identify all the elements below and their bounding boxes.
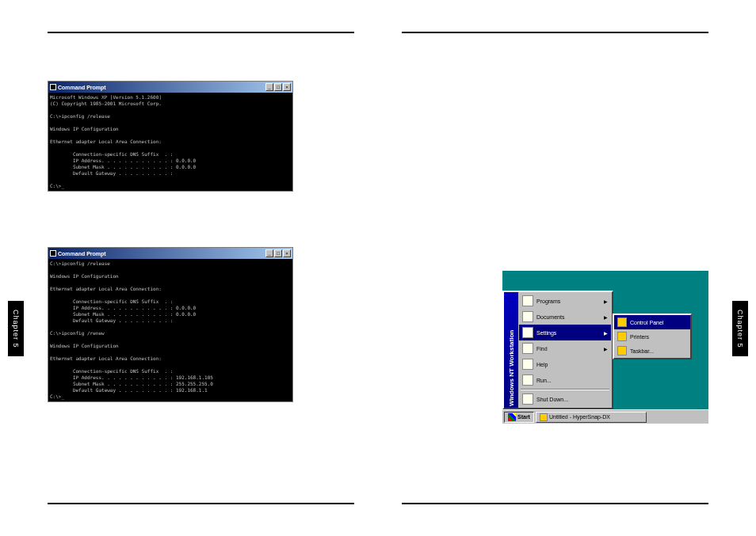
cmd-title-text: Command Prompt xyxy=(58,85,106,90)
start-item-label: Help xyxy=(536,362,548,367)
submenu-item-label: Printers xyxy=(630,334,649,340)
start-button[interactable]: Start xyxy=(504,412,534,423)
taskbar-app-label: Untitled - HyperSnap-DX xyxy=(549,414,610,420)
maximize-button[interactable]: □ xyxy=(274,83,282,91)
cmd-icon xyxy=(50,250,56,257)
submenu-item-taskbar[interactable]: Taskbar... xyxy=(614,344,690,358)
start-item-settings[interactable]: Settings ▶ xyxy=(519,325,611,340)
window-controls: _ □ × xyxy=(265,249,291,257)
documents-icon xyxy=(522,311,533,322)
menu-divider xyxy=(521,389,609,390)
start-item-help[interactable]: Help xyxy=(519,356,611,372)
settings-submenu: Control Panel Printers Taskbar... xyxy=(613,314,692,359)
cmd-title: Command Prompt xyxy=(50,84,106,90)
start-item-label: Run... xyxy=(536,378,552,383)
settings-icon xyxy=(522,327,533,338)
submenu-item-label: Control Panel xyxy=(630,320,663,325)
printers-icon xyxy=(617,332,627,341)
control-panel-icon xyxy=(617,317,627,327)
page-left: Command Prompt _ □ × Microsoft Windows X… xyxy=(0,0,378,536)
start-item-shutdown[interactable]: Shut Down... xyxy=(519,391,611,407)
windows-nt-screenshot: Windows NT Workstation Programs ▶ Docume… xyxy=(502,271,708,424)
run-icon xyxy=(522,374,533,386)
start-item-label: Settings xyxy=(536,330,556,336)
help-icon xyxy=(522,359,533,370)
submenu-arrow-icon: ▶ xyxy=(604,346,608,352)
windows-logo-icon xyxy=(508,413,516,421)
close-button[interactable]: × xyxy=(283,83,291,91)
submenu-arrow-icon: ▶ xyxy=(604,330,608,336)
cmd-titlebar: Command Prompt _ □ × xyxy=(48,82,292,93)
find-icon xyxy=(522,343,533,354)
taskbar-app-button[interactable]: Untitled - HyperSnap-DX xyxy=(536,412,647,423)
app-icon xyxy=(540,413,548,421)
start-button-label: Start xyxy=(517,414,530,420)
start-menu: Windows NT Workstation Programs ▶ Docume… xyxy=(502,291,613,409)
submenu-item-control-panel[interactable]: Control Panel xyxy=(614,315,690,329)
minimize-button[interactable]: _ xyxy=(265,83,273,91)
programs-icon xyxy=(522,295,533,306)
window-controls: _ □ × xyxy=(265,83,291,91)
submenu-arrow-icon: ▶ xyxy=(604,298,608,304)
page-right: Windows NT Workstation Programs ▶ Docume… xyxy=(378,0,756,536)
start-item-label: Documents xyxy=(536,314,564,320)
submenu-item-label: Taskbar... xyxy=(630,348,654,354)
chapter-tab-right: Chapter 5 xyxy=(732,301,748,356)
command-prompt-window-release: Command Prompt _ □ × Microsoft Windows X… xyxy=(48,81,293,192)
submenu-item-printers[interactable]: Printers xyxy=(614,329,690,344)
start-item-label: Shut Down... xyxy=(536,397,568,402)
start-item-label: Programs xyxy=(536,298,560,304)
top-divider xyxy=(48,32,354,33)
shutdown-icon xyxy=(522,393,533,405)
minimize-button[interactable]: _ xyxy=(265,249,273,257)
nt-desktop: Windows NT Workstation Programs ▶ Docume… xyxy=(502,271,708,409)
bottom-divider xyxy=(402,503,708,504)
top-divider xyxy=(402,32,708,33)
cmd-icon xyxy=(50,84,56,90)
cmd-titlebar: Command Prompt _ □ × xyxy=(48,248,292,259)
start-menu-items: Programs ▶ Documents ▶ Settings ▶ xyxy=(518,292,612,408)
start-item-programs[interactable]: Programs ▶ xyxy=(519,293,611,309)
cmd-output: C:\>ipconfig /release Windows IP Configu… xyxy=(48,259,292,401)
chapter-tab-left: Chapter 5 xyxy=(8,301,24,356)
start-item-label: Find xyxy=(536,346,548,352)
submenu-arrow-icon: ▶ xyxy=(604,314,608,320)
cmd-output: Microsoft Windows XP [Version 5.1.2600] … xyxy=(48,93,292,191)
cmd-title-text: Command Prompt xyxy=(58,251,106,257)
bottom-divider xyxy=(48,503,354,504)
start-menu-banner: Windows NT Workstation xyxy=(504,292,518,408)
taskbar: Start Untitled - HyperSnap-DX xyxy=(502,409,708,424)
cmd-title: Command Prompt xyxy=(50,250,106,257)
start-item-find[interactable]: Find ▶ xyxy=(519,340,611,356)
taskbar-settings-icon xyxy=(617,346,627,355)
maximize-button[interactable]: □ xyxy=(274,249,282,257)
start-item-run[interactable]: Run... xyxy=(519,372,611,388)
start-item-documents[interactable]: Documents ▶ xyxy=(519,309,611,325)
command-prompt-window-renew: Command Prompt _ □ × C:\>ipconfig /relea… xyxy=(48,247,293,402)
close-button[interactable]: × xyxy=(283,249,291,257)
